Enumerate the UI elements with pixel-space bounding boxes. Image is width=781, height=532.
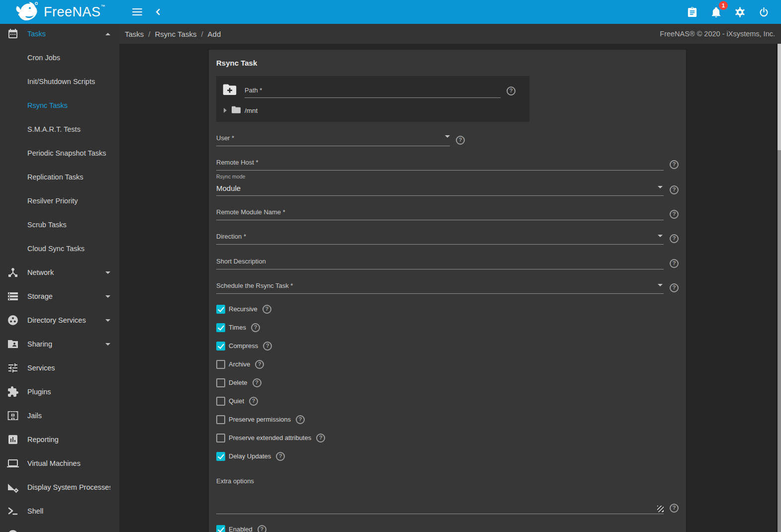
help-icon[interactable]: ?	[258, 525, 266, 532]
help-icon[interactable]: ?	[670, 210, 679, 219]
folder-icon	[231, 105, 241, 116]
help-icon[interactable]: ?	[456, 136, 465, 145]
help-icon[interactable]: ?	[263, 342, 272, 351]
help-icon[interactable]: ?	[253, 378, 261, 387]
laptop-icon	[7, 457, 19, 469]
menu-toggle-button[interactable]	[127, 1, 148, 22]
area-chart-gear-icon	[7, 481, 19, 493]
sidebar-item-plugins[interactable]: Plugins	[0, 380, 119, 404]
sidebar-item-virtual-machines[interactable]: Virtual Machines	[0, 451, 119, 475]
delete-checkbox[interactable]	[216, 378, 225, 387]
enabled-checkbox[interactable]	[216, 525, 225, 532]
compress-checkbox[interactable]	[216, 342, 225, 351]
vertical-scrollbar[interactable]	[776, 44, 781, 532]
puzzle-icon	[7, 386, 19, 398]
short-description-input[interactable]: Short Description	[216, 245, 664, 269]
delay-updates-checkbox[interactable]	[216, 452, 225, 461]
chevron-down-icon	[105, 343, 110, 346]
preserve-permissions-checkbox[interactable]	[216, 415, 225, 424]
sidebar-item-guide[interactable]: Guide	[0, 523, 119, 532]
help-icon[interactable]: ?	[670, 234, 679, 243]
path-input[interactable]: Path *	[245, 82, 501, 98]
checkbox-row-enabled: Enabled ?	[216, 520, 679, 532]
chevron-down-icon	[658, 284, 663, 286]
sidebar-item-storage[interactable]: Storage	[0, 284, 119, 308]
help-icon[interactable]: ?	[670, 283, 679, 292]
quiet-checkbox[interactable]	[216, 397, 225, 406]
field-remote-module-name: Remote Module Name * ?	[216, 196, 679, 220]
sidebar-item-jails[interactable]: Jails	[0, 404, 119, 428]
power-button[interactable]	[753, 1, 774, 22]
sidebar-item-scrub-tasks[interactable]: Scrub Tasks	[0, 213, 119, 237]
task-manager-button[interactable]	[682, 1, 702, 22]
sidebar-item-services[interactable]: Services	[0, 356, 119, 380]
sidebar-item-display-system-processes[interactable]: Display System Processes	[0, 475, 119, 499]
collapse-sidebar-button[interactable]	[148, 1, 169, 22]
remote-host-input[interactable]: Remote Host *	[216, 146, 664, 171]
sidebar-item-sharing[interactable]: Sharing	[0, 332, 119, 356]
direction-select[interactable]: Direction *	[216, 220, 664, 245]
user-select[interactable]: User *	[216, 122, 450, 146]
rsync-task-form-card: Rsync Task Path * ? /mnt	[209, 50, 686, 532]
shark-logo-icon	[14, 1, 39, 22]
breadcrumb-rsync-tasks[interactable]: Rsync Tasks	[155, 30, 197, 38]
rsync-mode-select[interactable]: Rsync mode Module	[216, 171, 664, 196]
chevron-down-icon	[445, 135, 450, 138]
sidebar-item-resilver-priority[interactable]: Resilver Priority	[0, 189, 119, 213]
help-icon[interactable]: ?	[276, 452, 285, 461]
resize-handle-icon[interactable]	[657, 506, 664, 512]
sidebar-item-shell[interactable]: Shell	[0, 499, 119, 523]
times-checkbox[interactable]	[216, 323, 225, 332]
help-icon[interactable]: ?	[670, 160, 679, 169]
field-rsync-mode: Rsync mode Module ?	[216, 171, 679, 196]
tree-expand-icon[interactable]	[224, 108, 227, 113]
settings-button[interactable]	[729, 1, 750, 22]
top-bar: FreeNAS™ 1	[0, 0, 781, 24]
jail-icon	[7, 410, 19, 422]
gear-icon	[734, 6, 746, 18]
sidebar-item-cloud-sync-tasks[interactable]: Cloud Sync Tasks	[0, 237, 119, 261]
sidebar-item-rsync-tasks[interactable]: Rsync Tasks	[0, 93, 119, 117]
tree-node-label[interactable]: /mnt	[245, 107, 258, 114]
schedule-select[interactable]: Schedule the Rsync Task *	[216, 269, 664, 294]
sidebar-item-init-shutdown-scripts[interactable]: Init/Shutdown Scripts	[0, 70, 119, 93]
sidebar-item-smart-tests[interactable]: S.M.A.R.T. Tests	[0, 117, 119, 141]
help-icon[interactable]: ?	[670, 259, 679, 268]
field-extra-options: ?	[216, 485, 679, 514]
sliders-icon	[7, 362, 19, 374]
power-icon	[758, 6, 770, 18]
archive-checkbox[interactable]	[216, 360, 225, 369]
extra-options-textarea[interactable]	[216, 485, 664, 514]
help-icon[interactable]: ?	[255, 360, 264, 369]
path-explorer: Path * ? /mnt	[216, 76, 529, 122]
help-icon[interactable]: ?	[316, 434, 325, 443]
sidebar-item-replication-tasks[interactable]: Replication Tasks	[0, 165, 119, 189]
scrollbar-thumb[interactable]	[778, 44, 781, 150]
recursive-checkbox[interactable]	[216, 305, 225, 314]
help-icon[interactable]: ?	[262, 305, 271, 314]
sidebar-item-tasks[interactable]: Tasks	[0, 24, 119, 46]
sidebar-item-network[interactable]: Network	[0, 261, 119, 284]
help-icon[interactable]: ?	[249, 397, 258, 406]
help-icon[interactable]: ?	[670, 504, 679, 513]
help-icon[interactable]: ?	[670, 185, 679, 194]
bar-chart-icon	[7, 434, 19, 445]
help-icon[interactable]: ?	[296, 415, 305, 424]
chevron-up-icon	[105, 33, 110, 35]
help-icon[interactable]: ?	[251, 323, 260, 332]
checkbox-row-delay-updates: Delay Updates ?	[216, 447, 679, 465]
guide-icon	[7, 529, 19, 532]
sidebar-item-periodic-snapshot-tasks[interactable]: Periodic Snapshot Tasks	[0, 141, 119, 165]
copyright-text: FreeNAS® © 2020 - iXsystems, Inc.	[660, 30, 775, 38]
notifications-button[interactable]: 1	[705, 1, 726, 22]
folder-add-icon	[222, 83, 237, 98]
sidebar-item-reporting[interactable]: Reporting	[0, 428, 119, 451]
sidebar-item-directory-services[interactable]: Directory Services	[0, 308, 119, 332]
preserve-extended-attributes-checkbox[interactable]	[216, 434, 225, 443]
terminal-icon	[7, 505, 19, 517]
help-icon[interactable]: ?	[507, 87, 516, 95]
sidebar-item-cron-jobs[interactable]: Cron Jobs	[0, 46, 119, 70]
directory-services-icon	[7, 314, 19, 326]
breadcrumb-tasks[interactable]: Tasks	[125, 30, 144, 38]
remote-module-name-input[interactable]: Remote Module Name *	[216, 196, 664, 220]
